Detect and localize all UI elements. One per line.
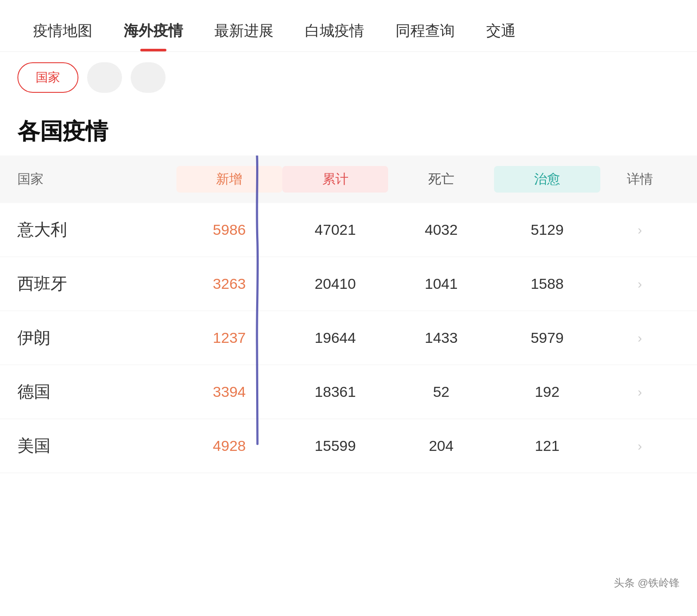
cell-rec-1: 1588 — [494, 275, 600, 292]
cell-cum-3: 18361 — [282, 383, 388, 400]
tab-pill-3[interactable] — [131, 62, 166, 93]
cell-country-1: 西班牙 — [17, 273, 176, 295]
cell-new-4: 4928 — [176, 437, 282, 454]
table-row[interactable]: 意大利 5986 47021 4032 5129 › — [0, 203, 697, 257]
th-deaths: 死亡 — [388, 170, 494, 188]
cell-chevron-2[interactable]: › — [600, 331, 680, 345]
nav-traffic[interactable]: 交通 — [470, 12, 531, 51]
tab-pill-2[interactable] — [87, 62, 122, 93]
table-row[interactable]: 伊朗 1237 19644 1433 5979 › — [0, 311, 697, 365]
cell-chevron-3[interactable]: › — [600, 385, 680, 399]
nav-baicheng[interactable]: 白城疫情 — [289, 12, 380, 51]
cell-new-0: 5986 — [176, 221, 282, 238]
cell-country-4: 美国 — [17, 435, 176, 457]
table-header: 国家 新增 累计 死亡 治愈 详情 — [0, 156, 697, 203]
cell-country-0: 意大利 — [17, 219, 176, 241]
cell-deaths-2: 1433 — [388, 329, 494, 346]
cell-new-1: 3263 — [176, 275, 282, 292]
cell-cum-1: 20410 — [282, 275, 388, 292]
nav-tongcheng[interactable]: 同程查询 — [380, 12, 470, 51]
table-row[interactable]: 德国 3394 18361 52 192 › — [0, 365, 697, 419]
cell-deaths-3: 52 — [388, 383, 494, 400]
cell-deaths-1: 1041 — [388, 275, 494, 292]
covid-table-container: 国家 新增 累计 死亡 治愈 详情 意大利 5986 47021 4032 51… — [0, 156, 697, 473]
th-country: 国家 — [17, 170, 176, 188]
cell-country-3: 德国 — [17, 381, 176, 403]
th-cumulative: 累计 — [282, 166, 388, 193]
cell-chevron-1[interactable]: › — [600, 277, 680, 291]
tab-pills-row: 国家 — [0, 52, 697, 103]
tab-pill-1[interactable]: 国家 — [17, 62, 78, 93]
cell-cum-0: 47021 — [282, 221, 388, 238]
cell-new-3: 3394 — [176, 383, 282, 400]
table-row[interactable]: 西班牙 3263 20410 1041 1588 › — [0, 257, 697, 311]
th-recovered: 治愈 — [494, 166, 600, 193]
nav-latest[interactable]: 最新进展 — [199, 12, 289, 51]
cell-rec-0: 5129 — [494, 221, 600, 238]
section-title: 各国疫情 — [0, 103, 697, 156]
nav-map[interactable]: 疫情地图 — [17, 12, 108, 51]
cell-chevron-0[interactable]: › — [600, 223, 680, 237]
table-row[interactable]: 美国 4928 15599 204 121 › — [0, 419, 697, 473]
th-new-cases: 新增 — [176, 166, 282, 193]
cell-deaths-0: 4032 — [388, 221, 494, 238]
cell-new-2: 1237 — [176, 329, 282, 346]
nav-overseas[interactable]: 海外疫情 — [108, 12, 199, 51]
cell-rec-3: 192 — [494, 383, 600, 400]
navigation: 疫情地图 海外疫情 最新进展 白城疫情 同程查询 交通 — [0, 0, 697, 52]
cell-chevron-4[interactable]: › — [600, 439, 680, 454]
cell-deaths-4: 204 — [388, 437, 494, 454]
cell-cum-4: 15599 — [282, 437, 388, 454]
cell-rec-2: 5979 — [494, 329, 600, 346]
cell-rec-4: 121 — [494, 437, 600, 454]
th-detail: 详情 — [600, 170, 680, 188]
cell-cum-2: 19644 — [282, 329, 388, 346]
cell-country-2: 伊朗 — [17, 327, 176, 349]
